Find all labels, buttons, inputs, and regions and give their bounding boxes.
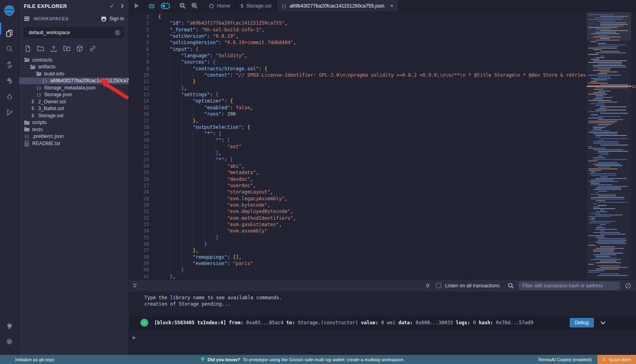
code-line[interactable]: "sources": { <box>158 59 586 65</box>
upload-file-icon[interactable] <box>50 45 57 52</box>
listen-all-transactions-checkbox[interactable] <box>436 283 441 288</box>
tab-a69b43f277ba20fcac141151250ca755-json[interactable]: {}a69b43f277ba20fcac141151250ca755.json× <box>277 0 399 12</box>
code-line[interactable]: ] <box>158 234 586 241</box>
tree-item[interactable]: S3_Ballot.sol <box>19 105 129 112</box>
run-script-icon[interactable] <box>134 3 140 9</box>
code-lines[interactable]: { "id": "a69b43f277ba20fcac141151250ca75… <box>155 12 586 279</box>
code-line[interactable]: "ast" <box>158 143 586 150</box>
upload-folder-icon[interactable] <box>63 45 70 52</box>
code-line[interactable]: "evm.methodIdentifiers", <box>158 215 586 221</box>
code-line[interactable]: "enabled": false, <box>158 105 586 111</box>
tree-item[interactable]: build-info <box>19 70 129 77</box>
tree-item[interactable]: {}Storage.json <box>19 91 129 99</box>
code-line[interactable]: "input": { <box>158 46 586 52</box>
code-line[interactable]: "evm.legacyAssembly", <box>158 196 586 202</box>
code-line[interactable]: "storageLayout", <box>158 189 586 195</box>
code-line[interactable]: "_format": "hh-sol-build-info-1", <box>158 27 586 33</box>
code-line[interactable]: "optimizer": { <box>158 98 586 104</box>
expand-transaction-icon[interactable] <box>600 321 606 325</box>
code-line[interactable]: ], <box>158 150 586 156</box>
code-line[interactable]: "": [ <box>158 137 586 143</box>
terminal-prompt[interactable]: > <box>129 329 636 341</box>
minimap[interactable] <box>587 12 631 279</box>
code-line[interactable]: "metadata", <box>158 169 586 176</box>
sidebar-item-search[interactable] <box>0 41 19 57</box>
code-line[interactable]: "settings": { <box>158 91 586 98</box>
new-folder-icon[interactable] <box>37 45 44 52</box>
code-line[interactable]: "id": "a69b43f277ba20fcac141151250ca755"… <box>158 20 586 26</box>
hamburger-menu-icon[interactable] <box>24 16 30 21</box>
code-line[interactable]: "language": "Solidity", <box>158 52 586 59</box>
ai-robot-icon[interactable] <box>148 2 155 10</box>
code-line[interactable]: } <box>158 78 586 85</box>
tab-storage-sol[interactable]: SStorage.sol <box>235 0 276 12</box>
code-line[interactable]: } <box>158 241 586 247</box>
transaction-filter-input[interactable] <box>519 281 620 290</box>
code-line[interactable]: "evm.deployedBytecode", <box>158 208 586 215</box>
tree-item-label: artifacts <box>38 64 56 70</box>
sidebar-item-deploy-and-run[interactable] <box>0 73 19 89</box>
close-tab-icon[interactable]: × <box>390 3 394 9</box>
new-file-icon[interactable] <box>25 45 31 52</box>
zoom-in-icon[interactable] <box>191 2 198 9</box>
code-line[interactable]: "evm.bytecode", <box>158 202 586 208</box>
workspace-select[interactable]: default_workspace <box>24 27 124 38</box>
box-icon[interactable] <box>76 45 83 52</box>
copilot-status[interactable]: RemixAI Copilot (enabled) <box>538 357 591 362</box>
code-line[interactable]: "solcVersion": "0.8.19", <box>158 33 586 39</box>
code-line[interactable]: "contracts/Storage.sol": { <box>158 66 586 72</box>
code-line[interactable]: "evm.assembly" <box>158 228 586 234</box>
line-number: 24 <box>129 163 155 169</box>
code-line[interactable]: } <box>158 267 586 273</box>
link-icon[interactable] <box>89 45 96 52</box>
code-line[interactable]: "solcLongVersion": "0.8.19+commit.7dd6d4… <box>158 39 586 46</box>
settings-icon[interactable] <box>0 333 19 349</box>
sidebar-item-file-explorer[interactable] <box>0 25 19 41</box>
tree-item[interactable]: contracts <box>19 56 129 64</box>
chevron-right-icon[interactable] <box>120 4 124 8</box>
git-init-button[interactable]: Initialize as git repo <box>15 357 54 362</box>
code-line[interactable]: "evm.gasEstimates", <box>158 221 586 228</box>
scam-alert-button[interactable]: ⚠ Scam Alert <box>597 355 636 364</box>
transaction-row[interactable]: ✓ [block:5583405 txIndex:4] from: 0xa03.… <box>129 316 636 329</box>
tree-item[interactable]: S2_Owner.sol <box>19 98 129 105</box>
clear-console-icon[interactable] <box>625 283 631 289</box>
tree-item[interactable]: {}Storage_metadata.json <box>19 84 129 91</box>
code-line[interactable]: "runs": 200 <box>158 111 586 117</box>
code-line[interactable]: "content": "// SPDX-License-Identifier: … <box>158 72 586 78</box>
code-line[interactable]: }, <box>158 118 586 124</box>
code-line[interactable]: }, <box>158 85 586 91</box>
debug-button[interactable]: Debug <box>570 318 594 327</box>
code-line[interactable]: "*": { <box>158 130 586 137</box>
tree-item[interactable]: artifacts <box>19 64 129 71</box>
code-line[interactable]: }, <box>158 247 586 254</box>
code-line[interactable]: "userdoc", <box>158 182 586 189</box>
tab-home[interactable]: Home <box>204 0 235 12</box>
code-line[interactable]: }, <box>158 273 586 279</box>
sidebar-item-git[interactable] <box>0 105 19 120</box>
code-editor[interactable]: 1234567891011121314151617181920212223242… <box>129 12 636 279</box>
code-line[interactable]: "devdoc", <box>158 176 586 182</box>
code-line[interactable]: "abi", <box>158 163 586 169</box>
tree-item[interactable]: SStorage.sol <box>19 112 129 119</box>
code-line[interactable]: "evmVersion": "paris" <box>158 260 586 267</box>
copilot-toggle-icon[interactable] <box>161 3 170 9</box>
collapse-terminal-icon[interactable] <box>132 283 138 288</box>
code-line[interactable]: "outputSelection": { <box>158 124 586 130</box>
line-number: 3 <box>129 27 155 33</box>
search-icon[interactable] <box>508 283 514 289</box>
tree-item[interactable]: {}.prettierrc.json <box>19 133 129 140</box>
plugin-manager-icon[interactable] <box>0 318 19 333</box>
remix-logo[interactable] <box>0 3 19 19</box>
code-line[interactable]: "remappings": [], <box>158 254 586 260</box>
tree-item[interactable]: {}a69b43f277ba20fcac141151250ca7... <box>19 77 129 85</box>
sidebar-item-debugger[interactable] <box>0 89 19 105</box>
tree-item[interactable]: README.txt <box>19 140 129 147</box>
zoom-out-icon[interactable] <box>179 2 186 9</box>
sign-in-button[interactable]: Sign in <box>101 16 124 22</box>
tree-item[interactable]: tests <box>19 126 129 133</box>
tree-item[interactable]: scripts <box>19 119 129 126</box>
sidebar-item-solidity-compiler[interactable] <box>0 57 19 73</box>
code-line[interactable]: { <box>158 14 586 20</box>
code-line[interactable]: "*": [ <box>158 157 586 163</box>
